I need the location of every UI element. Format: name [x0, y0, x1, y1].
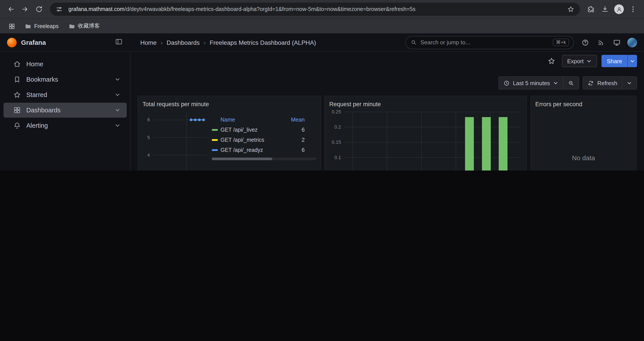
- bookmark-label: 收藏博客: [78, 22, 100, 30]
- refresh-group: Refresh: [583, 76, 637, 90]
- forward-icon[interactable]: [18, 3, 32, 16]
- browser-chrome: grafana.mathmast.com/d/deytv4rwavabkb/fr…: [0, 0, 644, 33]
- sidebar-item-label: Starred: [26, 91, 47, 98]
- zoom-out-button[interactable]: [564, 77, 579, 89]
- site-info-tune-icon[interactable]: [52, 3, 66, 16]
- total-requests-legend: NameMeanGET /api/_livez6GET /api/_metric…: [212, 115, 316, 171]
- back-icon[interactable]: [4, 3, 18, 16]
- legend-row[interactable]: GET /api/_readyz6: [212, 145, 305, 155]
- chevron-down-icon[interactable]: [114, 76, 120, 83]
- svg-text:3: 3: [147, 170, 150, 171]
- panel-row-1: Total requests per minute 2345617:40 Nam…: [138, 96, 637, 171]
- sidebar-item-starred[interactable]: Starred: [4, 87, 127, 102]
- refresh-interval-caret[interactable]: [622, 77, 636, 89]
- series-swatch: [212, 129, 218, 131]
- panel-toggle-icon[interactable]: [115, 38, 124, 47]
- profile-person-icon: [614, 5, 624, 14]
- panel-total-requests-per-minute: Total requests per minute 2345617:40 Nam…: [138, 96, 321, 171]
- breadcrumb-dashboards[interactable]: Dashboards: [166, 39, 200, 46]
- download-icon[interactable]: [598, 3, 612, 16]
- breadcrumb-separator: ›: [204, 39, 206, 46]
- series-swatch: [212, 139, 218, 141]
- legend-scrollbar[interactable]: [212, 158, 316, 160]
- search-input[interactable]: Search or jump to... ⌘+k: [406, 36, 574, 49]
- panel-request-per-minute: Request per minute 00.050.10.150.20.2517…: [324, 96, 527, 171]
- rss-icon[interactable]: [596, 37, 606, 48]
- url-path: /d/deytv4rwavabkb/freeleaps-metrics-dash…: [124, 6, 416, 12]
- browser-toolbar: grafana.mathmast.com/d/deytv4rwavabkb/fr…: [0, 0, 644, 19]
- breadcrumb-home[interactable]: Home: [140, 39, 157, 46]
- svg-text:0.2: 0.2: [334, 124, 341, 130]
- total-requests-chart[interactable]: 2345617:40: [142, 109, 209, 171]
- browser-profile-avatar[interactable]: [612, 3, 626, 16]
- refresh-button[interactable]: Refresh: [583, 77, 622, 89]
- extensions-icon[interactable]: [584, 3, 598, 16]
- svg-text:0.15: 0.15: [332, 139, 341, 145]
- time-controls: Last 5 minutes: [138, 76, 637, 90]
- search-placeholder: Search or jump to...: [420, 39, 549, 46]
- chevron-down-icon: [626, 80, 632, 86]
- grafana-brand[interactable]: Grafana: [21, 39, 46, 46]
- legend-scrollbar-thumb[interactable]: [212, 158, 272, 160]
- time-range-button[interactable]: Last 5 minutes: [499, 77, 563, 89]
- sidebar-item-label: Home: [26, 61, 43, 68]
- legend-row[interactable]: GET /api/_livez6: [212, 125, 305, 135]
- grafana-header: Grafana Home › Dashboards › Freeleaps Me…: [0, 33, 644, 52]
- legend-column-header[interactable]: Mean: [280, 117, 305, 123]
- svg-text:0.1: 0.1: [334, 155, 341, 160]
- help-icon[interactable]: [580, 37, 590, 48]
- sidebar-item-bookmarks[interactable]: Bookmarks: [4, 72, 127, 87]
- refresh-icon: [588, 80, 594, 86]
- no-data-message: No data: [535, 109, 632, 171]
- breadcrumb-current: Freeleaps Metrics Dashboard (ALPHA): [210, 39, 316, 46]
- menu-kebab-icon[interactable]: [626, 3, 640, 16]
- sidebar-item-home[interactable]: Home: [4, 57, 127, 72]
- chevron-down-icon[interactable]: [114, 107, 120, 113]
- chevron-down-icon: [586, 58, 592, 64]
- panel-title[interactable]: Total requests per minute: [142, 99, 316, 109]
- export-label: Export: [567, 58, 584, 64]
- sidebar-item-label: Dashboards: [26, 107, 60, 114]
- time-range-group: Last 5 minutes: [498, 76, 579, 90]
- export-button[interactable]: Export: [562, 55, 597, 67]
- bell-icon: [13, 122, 21, 129]
- grafana-logo-icon[interactable]: [7, 38, 17, 47]
- bookmark-folder-freeleaps[interactable]: Freeleaps: [21, 21, 62, 31]
- share-button[interactable]: Share: [602, 55, 627, 67]
- chevron-down-icon[interactable]: [114, 92, 120, 98]
- series-name: GET /api/_livez: [220, 127, 278, 133]
- panel-title[interactable]: Errors per second: [535, 99, 632, 109]
- panel-title[interactable]: Request per minute: [329, 99, 522, 109]
- header-icons: [574, 37, 644, 48]
- series-swatch: [212, 149, 218, 151]
- chevron-down-icon[interactable]: [114, 122, 120, 129]
- sidebar-item-dashboards[interactable]: Dashboards: [4, 103, 127, 118]
- magnifier-minus-icon: [568, 80, 574, 86]
- bookmark-star-icon[interactable]: [564, 3, 577, 16]
- dashboards-grid-icon: [13, 106, 21, 114]
- share-button-group: Share: [602, 55, 637, 67]
- series-name: GET /api/_metrics: [220, 137, 278, 143]
- url-bar[interactable]: grafana.mathmast.com/d/deytv4rwavabkb/fr…: [50, 3, 580, 16]
- legend-row[interactable]: GET /api/_metrics2: [212, 135, 305, 145]
- favorite-star-button[interactable]: [545, 55, 558, 67]
- series-value: 6: [280, 147, 305, 153]
- chevron-down-icon: [630, 58, 635, 64]
- sidebar: Home Bookmarks Starred: [0, 52, 131, 171]
- dashboard-canvas: Last 5 minutes: [131, 70, 644, 171]
- monitor-icon[interactable]: [612, 37, 622, 48]
- user-avatar[interactable]: [627, 38, 637, 47]
- bookmarks-bar: Freeleaps 收藏博客: [0, 19, 644, 33]
- request-per-minute-chart[interactable]: 00.050.10.150.20.2517:37:0017:38:0017:39…: [329, 109, 522, 171]
- share-caret-button[interactable]: [627, 55, 637, 67]
- reload-icon[interactable]: [32, 3, 46, 16]
- apps-grid-icon[interactable]: [5, 20, 18, 33]
- sidebar-item-alerting[interactable]: Alerting: [4, 118, 127, 133]
- main-area: Export Share: [131, 52, 644, 171]
- keyboard-shortcut: ⌘+k: [553, 39, 569, 46]
- bookmark-folder-blogs[interactable]: 收藏博客: [65, 21, 103, 32]
- sidebar-item-label: Alerting: [26, 122, 48, 129]
- legend-column-header[interactable]: Name: [212, 117, 278, 123]
- svg-text:5: 5: [147, 135, 150, 140]
- chevron-down-icon: [553, 80, 559, 86]
